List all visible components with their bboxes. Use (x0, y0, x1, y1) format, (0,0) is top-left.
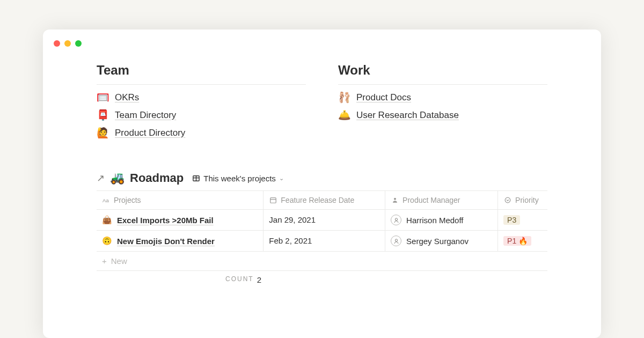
svg-point-9 (395, 239, 397, 241)
svg-text:Aa: Aa (103, 197, 109, 203)
row-emoji-icon: 👜 (102, 215, 112, 225)
maximize-window-button[interactable] (75, 40, 82, 47)
view-label: This week's projects (203, 174, 276, 183)
pm-cell: Sergey Surganov (391, 236, 492, 246)
team-section: Team 🥅 OKRs 📮 Team Directory 🙋 Product D… (97, 63, 306, 139)
priority-badge: P3 (503, 215, 520, 225)
header-projects[interactable]: Aa Projects (97, 191, 264, 210)
table-view-icon (192, 174, 200, 182)
work-heading: Work (338, 63, 547, 85)
roadmap-header: ↗ 🚜 Roadmap This week's projects ⌄ (97, 171, 547, 185)
team-link-product-directory[interactable]: 🙋 Product Directory (97, 127, 306, 139)
person-property-icon (391, 196, 399, 204)
minimize-window-button[interactable] (64, 40, 71, 47)
close-window-button[interactable] (54, 40, 60, 47)
link-label: Team Directory (115, 110, 176, 121)
team-links: 🥅 OKRs 📮 Team Directory 🙋 Product Direct… (97, 91, 306, 139)
team-link-okrs[interactable]: 🥅 OKRs (97, 91, 306, 104)
avatar-icon (391, 236, 401, 246)
svg-point-7 (505, 197, 510, 203)
svg-point-8 (395, 218, 397, 220)
roadmap-title: Roadmap (130, 171, 184, 185)
svg-rect-4 (270, 198, 276, 203)
goal-net-icon: 🥅 (97, 91, 109, 104)
ballet-shoes-icon: 🩰 (338, 91, 351, 104)
raising-hand-icon: 🙋 (97, 127, 109, 139)
header-priority[interactable]: Priority (498, 191, 547, 210)
app-window: Team 🥅 OKRs 📮 Team Directory 🙋 Product D… (43, 30, 601, 338)
work-link-product-docs[interactable]: 🩰 Product Docs (338, 91, 547, 104)
project-cell: 🙃 New Emojis Don't Render (102, 236, 258, 246)
plus-icon: + (102, 256, 107, 266)
work-section: Work 🩰 Product Docs 🛎️ User Research Dat… (338, 63, 547, 139)
date-cell: Jan 29, 2021 (269, 215, 316, 224)
team-heading: Team (97, 63, 306, 85)
link-label: Product Docs (356, 92, 411, 103)
calendar-property-icon (269, 196, 277, 204)
project-name: New Emojis Don't Render (117, 237, 215, 246)
table-row[interactable]: 🙃 New Emojis Don't Render Feb 2, 2021 Se… (97, 231, 547, 252)
page-content: Team 🥅 OKRs 📮 Team Directory 🙋 Product D… (43, 63, 601, 289)
count-value: 2 (257, 275, 261, 284)
pm-name: Sergey Surganov (406, 237, 469, 246)
link-label: Product Directory (115, 128, 185, 138)
work-link-user-research[interactable]: 🛎️ User Research Database (338, 109, 547, 121)
sections-row: Team 🥅 OKRs 📮 Team Directory 🙋 Product D… (97, 63, 547, 139)
project-cell: 👜 Excel Imports >20Mb Fail (102, 215, 258, 225)
header-pm[interactable]: Product Manager (385, 191, 498, 210)
team-link-directory[interactable]: 📮 Team Directory (97, 109, 306, 121)
window-traffic-lights (43, 40, 601, 47)
tractor-icon: 🚜 (110, 171, 125, 185)
open-page-arrow-icon[interactable]: ↗ (97, 172, 105, 184)
chevron-down-icon: ⌄ (279, 175, 284, 182)
row-emoji-icon: 🙃 (102, 236, 112, 246)
select-property-icon (503, 196, 511, 204)
link-label: OKRs (115, 92, 139, 103)
pm-cell: Harrison Medoff (391, 215, 492, 225)
svg-point-6 (394, 198, 396, 200)
count-label: COUNT (225, 275, 254, 284)
work-links: 🩰 Product Docs 🛎️ User Research Database (338, 91, 547, 121)
table-row[interactable]: 👜 Excel Imports >20Mb Fail Jan 29, 2021 … (97, 210, 547, 231)
link-label: User Research Database (356, 110, 459, 121)
date-cell: Feb 2, 2021 (269, 236, 312, 245)
avatar-icon (391, 215, 401, 225)
text-property-icon: Aa (102, 196, 110, 204)
header-date[interactable]: Feature Release Date (264, 191, 385, 210)
count-footer: COUNT 2 (97, 271, 547, 289)
priority-badge: P1 🔥 (503, 236, 531, 246)
pm-name: Harrison Medoff (406, 216, 463, 225)
postbox-icon: 📮 (97, 109, 109, 121)
view-selector[interactable]: This week's projects ⌄ (192, 174, 284, 183)
roadmap-table: Aa Projects Feature Releas (97, 190, 547, 252)
new-row-button[interactable]: +New (97, 252, 547, 271)
bell-icon: 🛎️ (338, 109, 351, 121)
project-name: Excel Imports >20Mb Fail (117, 216, 214, 225)
